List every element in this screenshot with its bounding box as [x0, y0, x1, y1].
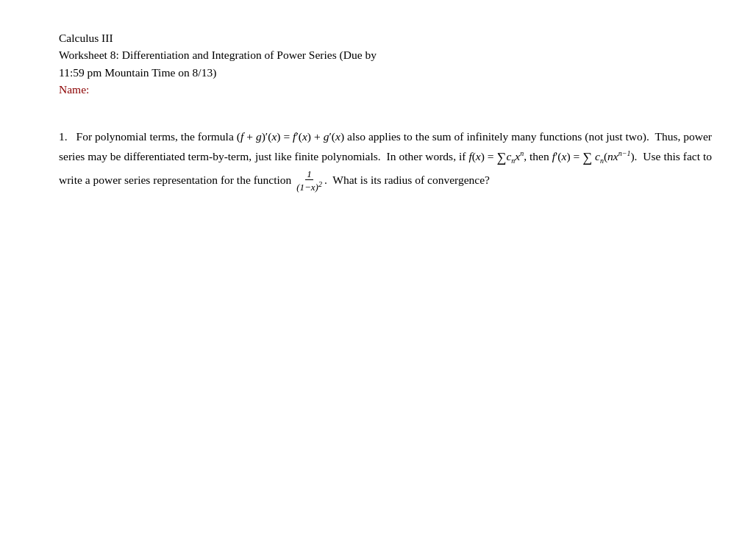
course-title: Calculus III: [59, 29, 712, 46]
fraction-numerator: 1: [305, 169, 313, 180]
fraction-display: 1 (1−x)2: [295, 169, 324, 193]
fraction-denominator: (1−x)2: [295, 180, 324, 193]
worksheet-title-line1: Worksheet 8: Differentiation and Integra…: [59, 46, 712, 63]
worksheet-title-line2: 11:59 pm Mountain Time on 8/13): [59, 64, 712, 81]
problem-1-text: 1. For polynomial terms, the formula (f …: [59, 127, 712, 193]
worksheet-title-text1: Worksheet 8: Differentiation and Integra…: [59, 49, 377, 61]
problem-1-section: 1. For polynomial terms, the formula (f …: [59, 127, 712, 193]
worksheet-title-text2: 11:59 pm Mountain Time on 8/13): [59, 66, 216, 79]
problem-number: 1.: [59, 130, 68, 143]
document-header: Calculus III Worksheet 8: Differentiatio…: [59, 29, 712, 98]
name-label: Name:: [59, 81, 712, 98]
